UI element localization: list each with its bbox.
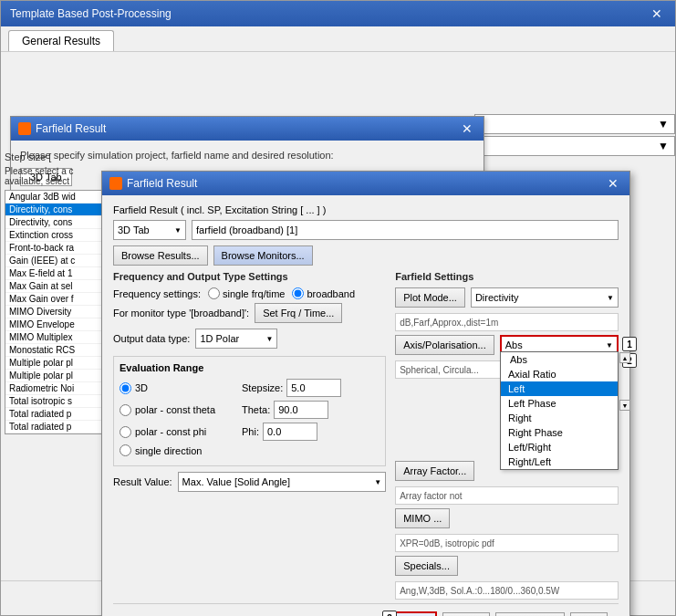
main-window-title: Template Based Post-Processing bbox=[10, 7, 172, 20]
plot-mode-button[interactable]: Plot Mode... bbox=[395, 287, 465, 308]
select-label: Please select a c available, select bbox=[5, 166, 105, 186]
axis-option-left-right[interactable]: Left/Right bbox=[501, 440, 618, 454]
scroll-up-button[interactable]: ▲ bbox=[619, 352, 630, 363]
left-panel: Step size [ Please select a c available,… bbox=[1, 148, 109, 438]
farfield-settings-title: Farfield Settings bbox=[395, 271, 619, 282]
dialog-bottom-bar: OK Cancel Store Setup Help bbox=[113, 603, 619, 616]
bg-ff-title: Farfield Result bbox=[36, 122, 106, 135]
list-item-2[interactable]: Directivity, cons bbox=[5, 216, 104, 229]
array-factor-info: Array factor not bbox=[395, 486, 619, 505]
specials-info: Ang,W,3dB, Sol.A.:0...180/0...360,0.5W bbox=[395, 581, 619, 600]
axis-option-right[interactable]: Right bbox=[501, 411, 618, 425]
eval-theta-row: polar - const theta Theta: bbox=[120, 401, 380, 419]
badge-3: 3 bbox=[382, 611, 397, 616]
list-item-17[interactable]: Total radiated p bbox=[5, 408, 104, 421]
plot-mode-row: Plot Mode... Directivity ▼ bbox=[395, 287, 619, 308]
side-panel: ▼ ▼ bbox=[474, 114, 675, 158]
ff-left-col: Frequency and Output Type Settings Frequ… bbox=[113, 271, 386, 603]
side-dropdown-2[interactable]: ▼ bbox=[474, 136, 675, 156]
eval-phi-radio[interactable] bbox=[120, 426, 131, 438]
list-item-11[interactable]: MIMO Multiplex bbox=[5, 331, 104, 344]
eval-title: Evaluation Range bbox=[120, 362, 380, 373]
list-item-1[interactable]: Directivity, cons bbox=[5, 204, 104, 216]
side-dropdown-1[interactable]: ▼ bbox=[474, 114, 675, 134]
ff-right-col: Farfield Settings Plot Mode... Directivi… bbox=[395, 271, 619, 603]
ff-dialog-help-button[interactable]: Help bbox=[570, 612, 608, 616]
plot-mode-info: dB,Farf,Approx.,dist=1m bbox=[395, 313, 619, 331]
list-item-12[interactable]: Monostatic RCS bbox=[5, 344, 104, 357]
eval-3d-radio[interactable] bbox=[120, 382, 131, 394]
stepsize-input[interactable] bbox=[286, 379, 341, 397]
eval-phi-row: polar - const phi Phi: bbox=[120, 423, 380, 441]
monitor-row: For monitor type '[broadband]': Set Frq … bbox=[113, 303, 386, 323]
axis-option-abs[interactable]: Abs bbox=[503, 352, 535, 367]
main-close-button[interactable]: ✕ bbox=[648, 6, 666, 21]
ff-dialog-icon bbox=[109, 177, 122, 190]
axis-polar-button[interactable]: Axis/Polarisation... bbox=[395, 335, 494, 355]
theta-input[interactable] bbox=[274, 401, 328, 419]
ff-dialog-title: Farfield Result bbox=[127, 177, 197, 190]
browse-monitors-button[interactable]: Browse Monitors... bbox=[213, 245, 313, 266]
array-factor-button[interactable]: Array Factor... bbox=[395, 461, 474, 481]
axis-option-right-phase[interactable]: Right Phase bbox=[501, 425, 618, 440]
list-item-5[interactable]: Gain (IEEE) at c bbox=[5, 255, 104, 267]
list-item-10[interactable]: MIMO Envelope bbox=[5, 318, 104, 331]
phi-input[interactable] bbox=[263, 423, 317, 441]
list-item-9[interactable]: MIMO Diversity bbox=[5, 306, 104, 318]
axis-option-left[interactable]: Left bbox=[501, 381, 618, 396]
bg-ff-close-button[interactable]: ✕ bbox=[458, 121, 476, 136]
list-item-13[interactable]: Multiple polar pl bbox=[5, 357, 104, 370]
ff-dialog-ok-button[interactable]: OK bbox=[391, 611, 437, 616]
main-content: ▼ ▼ Farfield Result ✕ Please specify sim… bbox=[1, 52, 675, 575]
list-item-15[interactable]: Radiometric Noi bbox=[5, 382, 104, 395]
axis-dropdown-arrow: ▼ bbox=[606, 341, 613, 350]
main-tab-bar: General Results bbox=[1, 26, 675, 52]
set-frq-button[interactable]: Set Frq / Time... bbox=[255, 303, 342, 323]
tab-dropdown[interactable]: 3D Tab ▼ bbox=[113, 220, 186, 240]
farfield-list: Angular 3dB wid Directivity, cons Direct… bbox=[5, 190, 105, 434]
ff-dialog-close-button[interactable]: ✕ bbox=[604, 176, 622, 191]
ff-two-col: Frequency and Output Type Settings Frequ… bbox=[113, 271, 619, 603]
list-item-14[interactable]: Multiple polar pl bbox=[5, 370, 104, 382]
browse-results-button[interactable]: Browse Results... bbox=[113, 245, 208, 266]
plot-mode-arrow: ▼ bbox=[607, 294, 614, 302]
freq-section-title: Frequency and Output Type Settings bbox=[113, 271, 386, 282]
freq-settings-label-row: Frequency settings: single frq/time broa… bbox=[113, 287, 386, 299]
bg-ff-icon bbox=[18, 122, 31, 135]
single-frq-option[interactable]: single frq/time bbox=[208, 287, 285, 299]
output-data-dropdown[interactable]: 1D Polar ▼ bbox=[195, 329, 277, 349]
mimo-row: MIMO ... bbox=[395, 508, 619, 528]
broadband-option[interactable]: broadband bbox=[292, 287, 355, 299]
result-value-dropdown[interactable]: Max. Value [Solid Angle] ▼ bbox=[178, 472, 387, 492]
list-item-4[interactable]: Front-to-back ra bbox=[5, 242, 104, 255]
main-window: Template Based Post-Processing ✕ General… bbox=[0, 0, 676, 616]
eval-3d-row: 3D Stepsize: bbox=[120, 379, 380, 397]
eval-single-radio[interactable] bbox=[120, 444, 131, 456]
tab-general-results[interactable]: General Results bbox=[8, 30, 114, 51]
mimo-button[interactable]: MIMO ... bbox=[395, 508, 450, 528]
axis-option-right-left[interactable]: Right/Left bbox=[501, 454, 618, 469]
list-item-18[interactable]: Total radiated p bbox=[5, 421, 104, 433]
plot-mode-dropdown[interactable]: Directivity ▼ bbox=[471, 287, 619, 308]
list-item-16[interactable]: Total isotropic s bbox=[5, 395, 104, 408]
list-item-7[interactable]: Max Gain at sel bbox=[5, 280, 104, 293]
farfield-input[interactable] bbox=[192, 220, 619, 240]
specials-button[interactable]: Specials... bbox=[395, 556, 458, 576]
axis-dropdown-popup: Abs ▲ ▼ Axial Ratio Left Left Phase Righ… bbox=[500, 351, 619, 470]
list-item-8[interactable]: Max Gain over f bbox=[5, 293, 104, 306]
mimo-info: XPR=0dB, isotropic pdf bbox=[395, 534, 619, 552]
list-item-6[interactable]: Max E-field at 1 bbox=[5, 267, 104, 280]
axis-option-left-phase[interactable]: Left Phase bbox=[501, 396, 618, 411]
ff-dialog-titlebar: Farfield Result ✕ bbox=[102, 172, 629, 195]
eval-theta-radio[interactable] bbox=[120, 404, 131, 416]
scroll-down-button[interactable]: ▼ bbox=[619, 400, 630, 411]
ff-dialog-store-setup-button[interactable]: Store Setup bbox=[495, 612, 565, 616]
freq-settings: Frequency settings: single frq/time broa… bbox=[113, 287, 386, 349]
list-item-0[interactable]: Angular 3dB wid bbox=[5, 191, 104, 204]
ff-dialog-cancel-button[interactable]: Cancel bbox=[442, 612, 490, 616]
axis-option-axial-ratio[interactable]: Axial Ratio bbox=[501, 367, 618, 381]
ff-browse-row: Browse Results... Browse Monitors... bbox=[113, 245, 619, 266]
list-item-3[interactable]: Extinction cross bbox=[5, 229, 104, 242]
step-size-label: Step size [ bbox=[5, 151, 105, 162]
result-value-arrow: ▼ bbox=[374, 478, 381, 486]
